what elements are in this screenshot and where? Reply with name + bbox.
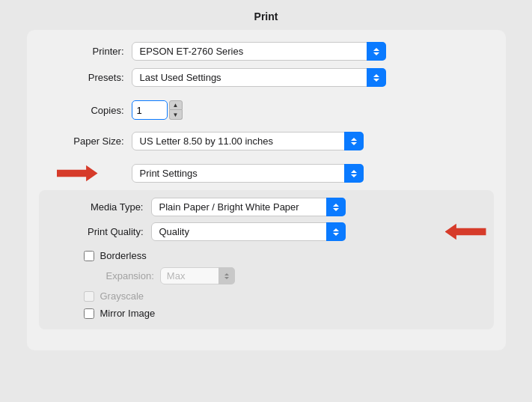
mirrorimage-checkbox[interactable] <box>84 308 94 319</box>
copies-stepper: ▲ ▼ <box>169 100 183 120</box>
expansion-label: Expansion: <box>106 270 154 281</box>
copies-decrement-button[interactable]: ▼ <box>169 110 183 120</box>
quality-select-wrapper: Quality <box>151 222 346 241</box>
expansion-select-wrapper: Max <box>160 267 235 284</box>
expansion-row: Expansion: Max <box>39 264 494 287</box>
grayscale-row: Grayscale <box>39 287 494 305</box>
copies-input[interactable] <box>132 100 168 120</box>
papersize-select[interactable]: US Letter 8.50 by 11.00 inches <box>132 132 364 150</box>
mediatype-select-wrapper: Plain Paper / Bright White Paper <box>151 198 346 216</box>
printer-label: Printer: <box>49 46 124 57</box>
mirrorimage-row: Mirror Image <box>39 305 494 322</box>
borderless-label: Borderless <box>100 250 147 261</box>
presets-label: Presets: <box>49 72 124 83</box>
copies-row: Copies: ▲ ▼ <box>27 100 506 120</box>
presets-row: Presets: Last Used Settings <box>27 68 506 87</box>
printquality-row: Print Quality: Quality <box>39 222 494 241</box>
copies-label: Copies: <box>49 105 124 116</box>
printer-select[interactable]: EPSON ET-2760 Series <box>132 42 386 61</box>
print-panel: Printer: EPSON ET-2760 Series Presets: L… <box>27 30 506 350</box>
borderless-row: Borderless <box>39 247 494 264</box>
copies-increment-button[interactable]: ▲ <box>169 100 183 110</box>
presets-select-wrapper: Last Used Settings <box>132 68 386 87</box>
section-row: Print Settings <box>27 164 506 183</box>
papersize-label: Paper Size: <box>49 135 124 147</box>
mediatype-label: Media Type: <box>61 201 144 213</box>
expansion-select: Max <box>160 267 235 284</box>
section-select[interactable]: Print Settings <box>132 164 364 183</box>
papersize-select-wrapper: US Letter 8.50 by 11.00 inches <box>132 132 364 150</box>
red-arrow-left <box>445 223 486 241</box>
printquality-label: Print Quality: <box>61 226 144 237</box>
settings-section: Media Type: Plain Paper / Bright White P… <box>39 190 494 329</box>
red-arrow-right <box>57 165 98 183</box>
printer-select-wrapper: EPSON ET-2760 Series <box>132 42 386 61</box>
papersize-row: Paper Size: US Letter 8.50 by 11.00 inch… <box>27 132 506 150</box>
quality-select[interactable]: Quality <box>151 222 346 241</box>
borderless-checkbox[interactable] <box>84 251 94 261</box>
grayscale-checkbox <box>84 291 94 302</box>
mirrorimage-label: Mirror Image <box>100 308 156 319</box>
section-select-wrapper: Print Settings <box>132 164 364 183</box>
mediatype-row: Media Type: Plain Paper / Bright White P… <box>39 198 494 216</box>
printer-row: Printer: EPSON ET-2760 Series <box>27 42 506 61</box>
window-title: Print <box>254 10 278 22</box>
mediatype-select[interactable]: Plain Paper / Bright White Paper <box>151 198 346 216</box>
presets-select[interactable]: Last Used Settings <box>132 68 386 87</box>
grayscale-label: Grayscale <box>100 290 144 302</box>
